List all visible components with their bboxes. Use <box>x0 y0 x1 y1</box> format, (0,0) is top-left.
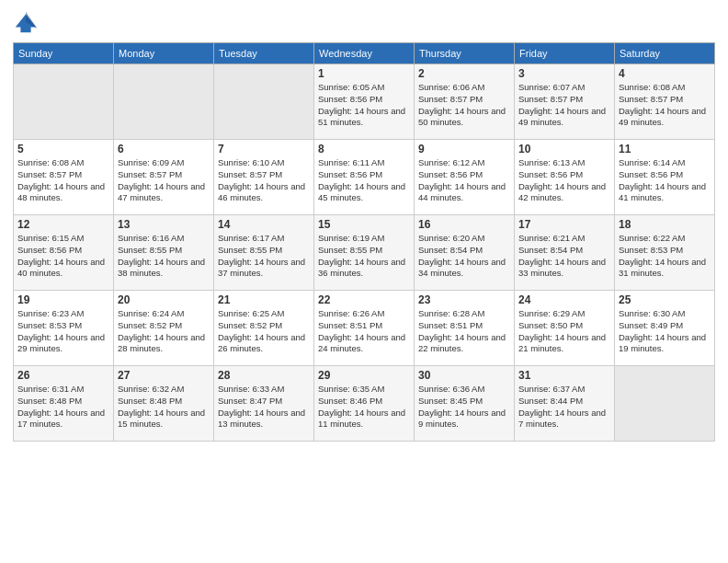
day-number: 26 <box>17 369 109 382</box>
day-info: Sunrise: 6:21 AMSunset: 8:54 PMDaylight:… <box>518 233 610 280</box>
logo <box>13 9 42 35</box>
day-info: Sunrise: 6:32 AMSunset: 8:48 PMDaylight:… <box>118 384 210 431</box>
day-number: 18 <box>619 218 711 231</box>
day-number: 19 <box>17 293 109 306</box>
day-info: Sunrise: 6:28 AMSunset: 8:51 PMDaylight:… <box>418 308 510 355</box>
day-number: 24 <box>518 293 610 306</box>
day-number: 22 <box>318 293 410 306</box>
day-number: 13 <box>118 218 210 231</box>
day-number: 31 <box>518 369 610 382</box>
day-number: 14 <box>218 218 310 231</box>
day-info: Sunrise: 6:22 AMSunset: 8:53 PMDaylight:… <box>619 233 711 280</box>
calendar-day-header: Wednesday <box>314 43 415 64</box>
day-info: Sunrise: 6:17 AMSunset: 8:55 PMDaylight:… <box>218 233 310 280</box>
calendar-day-cell: 27Sunrise: 6:32 AMSunset: 8:48 PMDayligh… <box>114 366 214 442</box>
calendar-day-cell: 24Sunrise: 6:29 AMSunset: 8:50 PMDayligh… <box>515 291 615 366</box>
day-info: Sunrise: 6:16 AMSunset: 8:55 PMDaylight:… <box>118 233 210 280</box>
calendar-day-cell: 10Sunrise: 6:13 AMSunset: 8:56 PMDayligh… <box>515 140 615 215</box>
day-info: Sunrise: 6:05 AMSunset: 8:56 PMDaylight:… <box>318 82 410 129</box>
day-number: 4 <box>619 67 711 80</box>
calendar-day-cell: 8Sunrise: 6:11 AMSunset: 8:56 PMDaylight… <box>314 140 415 215</box>
day-number: 7 <box>218 143 310 155</box>
calendar-day-cell: 2Sunrise: 6:06 AMSunset: 8:57 PMDaylight… <box>415 64 515 140</box>
calendar-day-cell: 18Sunrise: 6:22 AMSunset: 8:53 PMDayligh… <box>615 215 715 291</box>
calendar-day-cell: 25Sunrise: 6:30 AMSunset: 8:49 PMDayligh… <box>615 291 715 366</box>
day-info: Sunrise: 6:20 AMSunset: 8:54 PMDaylight:… <box>418 233 510 280</box>
calendar-day-header: Thursday <box>415 43 515 64</box>
day-info: Sunrise: 6:36 AMSunset: 8:45 PMDaylight:… <box>418 384 510 431</box>
calendar-day-cell: 26Sunrise: 6:31 AMSunset: 8:48 PMDayligh… <box>14 366 114 442</box>
day-number: 3 <box>518 67 610 80</box>
calendar-day-cell: 13Sunrise: 6:16 AMSunset: 8:55 PMDayligh… <box>114 215 214 291</box>
calendar-day-cell: 20Sunrise: 6:24 AMSunset: 8:52 PMDayligh… <box>114 291 214 366</box>
calendar-day-cell <box>14 64 114 140</box>
day-number: 2 <box>418 67 510 80</box>
calendar-day-cell: 7Sunrise: 6:10 AMSunset: 8:57 PMDaylight… <box>214 140 314 215</box>
calendar-day-cell: 23Sunrise: 6:28 AMSunset: 8:51 PMDayligh… <box>415 291 515 366</box>
day-info: Sunrise: 6:13 AMSunset: 8:56 PMDaylight:… <box>518 157 610 204</box>
calendar-day-header: Saturday <box>615 43 715 64</box>
day-info: Sunrise: 6:29 AMSunset: 8:50 PMDaylight:… <box>518 308 610 355</box>
day-number: 6 <box>118 143 210 155</box>
calendar-day-cell: 6Sunrise: 6:09 AMSunset: 8:57 PMDaylight… <box>114 140 214 215</box>
calendar-day-cell <box>214 64 314 140</box>
day-number: 10 <box>518 143 610 155</box>
day-info: Sunrise: 6:33 AMSunset: 8:47 PMDaylight:… <box>218 384 310 431</box>
day-number: 16 <box>418 218 510 231</box>
calendar-week-row: 12Sunrise: 6:15 AMSunset: 8:56 PMDayligh… <box>14 215 715 291</box>
calendar-day-header: Monday <box>114 43 214 64</box>
calendar-day-cell: 31Sunrise: 6:37 AMSunset: 8:44 PMDayligh… <box>515 366 615 442</box>
day-number: 30 <box>418 369 510 382</box>
calendar-table: SundayMondayTuesdayWednesdayThursdayFrid… <box>13 42 715 442</box>
calendar-header-row: SundayMondayTuesdayWednesdayThursdayFrid… <box>14 43 715 64</box>
calendar-day-cell: 3Sunrise: 6:07 AMSunset: 8:57 PMDaylight… <box>515 64 615 140</box>
day-info: Sunrise: 6:06 AMSunset: 8:57 PMDaylight:… <box>418 82 510 129</box>
day-number: 29 <box>318 369 410 382</box>
day-number: 17 <box>518 218 610 231</box>
day-info: Sunrise: 6:15 AMSunset: 8:56 PMDaylight:… <box>17 233 109 280</box>
calendar-day-cell: 21Sunrise: 6:25 AMSunset: 8:52 PMDayligh… <box>214 291 314 366</box>
day-info: Sunrise: 6:12 AMSunset: 8:56 PMDaylight:… <box>418 157 510 204</box>
calendar-week-row: 5Sunrise: 6:08 AMSunset: 8:57 PMDaylight… <box>14 140 715 215</box>
day-info: Sunrise: 6:09 AMSunset: 8:57 PMDaylight:… <box>118 157 210 204</box>
day-info: Sunrise: 6:31 AMSunset: 8:48 PMDaylight:… <box>17 384 109 431</box>
day-info: Sunrise: 6:08 AMSunset: 8:57 PMDaylight:… <box>17 157 109 204</box>
day-info: Sunrise: 6:23 AMSunset: 8:53 PMDaylight:… <box>17 308 109 355</box>
day-number: 27 <box>118 369 210 382</box>
day-number: 21 <box>218 293 310 306</box>
calendar-day-cell: 16Sunrise: 6:20 AMSunset: 8:54 PMDayligh… <box>415 215 515 291</box>
calendar-day-cell: 19Sunrise: 6:23 AMSunset: 8:53 PMDayligh… <box>14 291 114 366</box>
logo-icon <box>13 9 39 35</box>
calendar-day-cell: 29Sunrise: 6:35 AMSunset: 8:46 PMDayligh… <box>314 366 415 442</box>
day-info: Sunrise: 6:35 AMSunset: 8:46 PMDaylight:… <box>318 384 410 431</box>
day-info: Sunrise: 6:10 AMSunset: 8:57 PMDaylight:… <box>218 157 310 204</box>
calendar-day-cell <box>114 64 214 140</box>
calendar-day-cell: 11Sunrise: 6:14 AMSunset: 8:56 PMDayligh… <box>615 140 715 215</box>
calendar-day-header: Tuesday <box>214 43 314 64</box>
calendar-week-row: 1Sunrise: 6:05 AMSunset: 8:56 PMDaylight… <box>14 64 715 140</box>
day-number: 12 <box>17 218 109 231</box>
day-info: Sunrise: 6:07 AMSunset: 8:57 PMDaylight:… <box>518 82 610 129</box>
day-number: 5 <box>17 143 109 155</box>
calendar-day-cell: 22Sunrise: 6:26 AMSunset: 8:51 PMDayligh… <box>314 291 415 366</box>
calendar-day-cell: 30Sunrise: 6:36 AMSunset: 8:45 PMDayligh… <box>415 366 515 442</box>
day-info: Sunrise: 6:26 AMSunset: 8:51 PMDaylight:… <box>318 308 410 355</box>
day-info: Sunrise: 6:24 AMSunset: 8:52 PMDaylight:… <box>118 308 210 355</box>
calendar-day-cell: 4Sunrise: 6:08 AMSunset: 8:57 PMDaylight… <box>615 64 715 140</box>
calendar-week-row: 19Sunrise: 6:23 AMSunset: 8:53 PMDayligh… <box>14 291 715 366</box>
day-number: 25 <box>619 293 711 306</box>
day-info: Sunrise: 6:30 AMSunset: 8:49 PMDaylight:… <box>619 308 711 355</box>
calendar-day-cell: 9Sunrise: 6:12 AMSunset: 8:56 PMDaylight… <box>415 140 515 215</box>
day-info: Sunrise: 6:11 AMSunset: 8:56 PMDaylight:… <box>318 157 410 204</box>
day-number: 28 <box>218 369 310 382</box>
page-container: SundayMondayTuesdayWednesdayThursdayFrid… <box>0 0 728 449</box>
day-number: 1 <box>318 67 410 80</box>
calendar-day-cell <box>615 366 715 442</box>
day-number: 15 <box>318 218 410 231</box>
calendar-day-cell: 1Sunrise: 6:05 AMSunset: 8:56 PMDaylight… <box>314 64 415 140</box>
day-number: 8 <box>318 143 410 155</box>
calendar-day-cell: 12Sunrise: 6:15 AMSunset: 8:56 PMDayligh… <box>14 215 114 291</box>
day-number: 9 <box>418 143 510 155</box>
calendar-week-row: 26Sunrise: 6:31 AMSunset: 8:48 PMDayligh… <box>14 366 715 442</box>
day-info: Sunrise: 6:08 AMSunset: 8:57 PMDaylight:… <box>619 82 711 129</box>
